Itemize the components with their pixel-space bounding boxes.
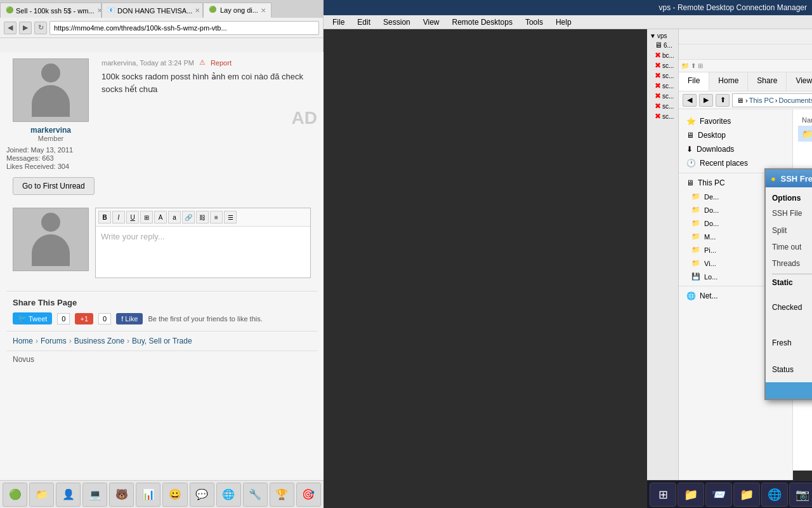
tb-btn-2[interactable]: 📁 bbox=[29, 483, 54, 507]
tab3-close[interactable]: ✕ bbox=[261, 7, 266, 14]
italic-button[interactable]: I bbox=[112, 211, 125, 224]
sidebar-favorites: ⭐ Favorites bbox=[679, 114, 792, 128]
up-nav-btn[interactable]: ⬆ bbox=[716, 94, 730, 107]
taskbar-btn-3[interactable]: 📁 bbox=[733, 483, 760, 507]
forward-button[interactable]: ▶ bbox=[19, 22, 32, 34]
rdp-menu-view[interactable]: View bbox=[417, 17, 446, 28]
file-row-0[interactable]: 📁 Visual Studio 2005 1/8/2015 1:03 AM Fi… bbox=[798, 126, 812, 142]
rdp-menu-help[interactable]: Help bbox=[549, 17, 578, 28]
sidebar-downloads[interactable]: ⬇ Downloads bbox=[679, 142, 792, 156]
ssh-divider bbox=[772, 274, 812, 274]
tb-btn-1[interactable]: 🟢 bbox=[3, 483, 27, 507]
tree-item-3[interactable]: ✖ sc... bbox=[650, 60, 676, 70]
tree-item-7[interactable]: ✖ sc... bbox=[650, 101, 676, 111]
underline-button[interactable]: U bbox=[126, 211, 139, 224]
tb-btn-7[interactable]: 😀 bbox=[162, 483, 187, 507]
taskbar-btn-2[interactable]: 📨 bbox=[705, 483, 732, 507]
post-body: markervina, Today at 3:24 PM ⚠ Report 10… bbox=[102, 58, 317, 171]
tb-btn-11[interactable]: 🏆 bbox=[270, 483, 294, 507]
explorer-title-bar: Documents bbox=[679, 44, 812, 60]
editor-area[interactable]: Write your reply... bbox=[96, 227, 310, 277]
reply-avatar-head bbox=[41, 213, 60, 232]
list-button[interactable]: ☰ bbox=[224, 211, 237, 224]
tree-item-6[interactable]: ✖ sc... bbox=[650, 91, 676, 101]
timeout-label: Time out bbox=[772, 243, 812, 251]
thispc-m-label: M... bbox=[704, 233, 716, 241]
table-button[interactable]: ⊞ bbox=[140, 211, 153, 224]
tweet-button[interactable]: 🐦 Tweet bbox=[13, 312, 52, 324]
gplus-button[interactable]: +1 bbox=[75, 313, 93, 324]
thispc-do2-icon: 📁 bbox=[691, 219, 700, 227]
path-bar[interactable]: 🖥 › This PC › Documents bbox=[732, 93, 812, 107]
bc-home[interactable]: Home bbox=[13, 337, 33, 345]
tab-1[interactable]: 🟢 Sell - 100k ssh 5$ - wm... ✕ bbox=[0, 3, 102, 18]
tree-item-5[interactable]: ✖ sc... bbox=[650, 81, 676, 91]
start-button-win[interactable]: ⊞ bbox=[650, 483, 676, 507]
rdp-menu-remote-desktops[interactable]: Remote Desktops bbox=[446, 17, 519, 28]
bc-business[interactable]: Business Zone bbox=[74, 337, 124, 345]
ribbon: File Home Share View bbox=[679, 72, 812, 91]
tab3-favicon: 🟢 bbox=[209, 6, 218, 15]
avatar-head bbox=[41, 64, 60, 83]
tb-btn-9[interactable]: 🌐 bbox=[216, 483, 241, 507]
tb-btn-5[interactable]: 🐻 bbox=[109, 483, 134, 507]
tree-item-8[interactable]: ✖ sc... bbox=[650, 111, 676, 121]
thispc-de-label: De... bbox=[704, 193, 719, 201]
tree-item-1[interactable]: 🖥 6... bbox=[650, 40, 676, 50]
col-name[interactable]: Name bbox=[802, 116, 812, 124]
ribbon-tab-share[interactable]: Share bbox=[748, 72, 787, 91]
ribbon-tab-home[interactable]: Home bbox=[709, 72, 748, 91]
back-nav-btn[interactable]: ◀ bbox=[683, 94, 697, 107]
rdp-title: vps - Remote Desktop Connection Manager bbox=[659, 3, 807, 12]
rdp-menu-edit[interactable]: Edit bbox=[351, 17, 377, 28]
tb-btn-3[interactable]: 👤 bbox=[56, 483, 81, 507]
back-button[interactable]: ◀ bbox=[4, 22, 16, 34]
tree-item-4[interactable]: ✖ sc... bbox=[650, 70, 676, 81]
tab2-label: DON HANG THEVISA... bbox=[117, 7, 192, 15]
tweet-count: 0 bbox=[57, 313, 70, 324]
username[interactable]: markervina bbox=[6, 126, 95, 135]
ribbon-tab-file[interactable]: File bbox=[679, 72, 709, 91]
refresh-button[interactable]: ↻ bbox=[34, 22, 47, 34]
tb-btn-10[interactable]: 🔧 bbox=[243, 483, 268, 507]
path-thispc[interactable]: This PC bbox=[749, 97, 774, 104]
tab-3[interactable]: 🟢 Lay ong di... ✕ bbox=[203, 3, 272, 18]
browser-taskbar: 🟢 📁 👤 💻 🐻 📊 😀 💬 🌐 🔧 🏆 🎯 bbox=[0, 480, 324, 508]
taskbar-btn-1[interactable]: 📁 bbox=[678, 483, 704, 507]
facebook-button[interactable]: f Like bbox=[116, 313, 143, 324]
forward-nav-btn[interactable]: ▶ bbox=[699, 94, 713, 107]
ribbon-tab-view[interactable]: View bbox=[787, 72, 812, 91]
tree-item-2[interactable]: ✖ bc... bbox=[650, 50, 676, 60]
tab1-close[interactable]: ✕ bbox=[97, 7, 102, 14]
timeout-row: Time out ▲ ▼ bbox=[772, 241, 812, 253]
tb-btn-6[interactable]: 📊 bbox=[136, 483, 160, 507]
tab2-close[interactable]: ✕ bbox=[195, 7, 200, 14]
report-link[interactable]: Report bbox=[211, 59, 232, 67]
post-container: markervina Member Joined: May 13, 2011 M… bbox=[0, 52, 324, 374]
bold-button[interactable]: B bbox=[98, 211, 111, 224]
rdp-menu-tools[interactable]: Tools bbox=[519, 17, 549, 28]
font-size-down[interactable]: a bbox=[168, 211, 181, 224]
bc-forums[interactable]: Forums bbox=[41, 337, 67, 345]
font-size-up[interactable]: A bbox=[154, 211, 167, 224]
tree-root[interactable]: ▼ vps bbox=[650, 32, 676, 40]
sidebar-desktop[interactable]: 🖥 Desktop bbox=[679, 128, 792, 142]
tab-2[interactable]: 📧 DON HANG THEVISA... ✕ bbox=[102, 3, 203, 18]
taskbar-btn-4[interactable]: 🌐 bbox=[761, 483, 788, 507]
tb-btn-4[interactable]: 💻 bbox=[82, 483, 107, 507]
taskbar-btn-5[interactable]: 📷 bbox=[789, 483, 812, 507]
ssh-file-label: SSH File bbox=[772, 209, 812, 218]
tb-btn-8[interactable]: 💬 bbox=[190, 483, 214, 507]
bc-buysell[interactable]: Buy, Sell or Trade bbox=[132, 337, 192, 345]
tb-btn-12[interactable]: 🎯 bbox=[296, 483, 321, 507]
link-button[interactable]: 🔗 bbox=[182, 211, 195, 224]
browser-bar: ◀ ▶ ↻ bbox=[0, 18, 323, 38]
rdp-menu-session[interactable]: Session bbox=[377, 17, 417, 28]
path-documents[interactable]: Documents bbox=[779, 97, 812, 104]
align-button[interactable]: ≡ bbox=[210, 211, 223, 224]
unlink-button[interactable]: ⛓ bbox=[196, 211, 209, 224]
rdp-menu-file[interactable]: File bbox=[326, 17, 351, 28]
first-unread-button[interactable]: Go to First Unread bbox=[13, 177, 95, 195]
checked-label: Checked bbox=[772, 303, 810, 312]
address-bar[interactable] bbox=[49, 21, 319, 35]
